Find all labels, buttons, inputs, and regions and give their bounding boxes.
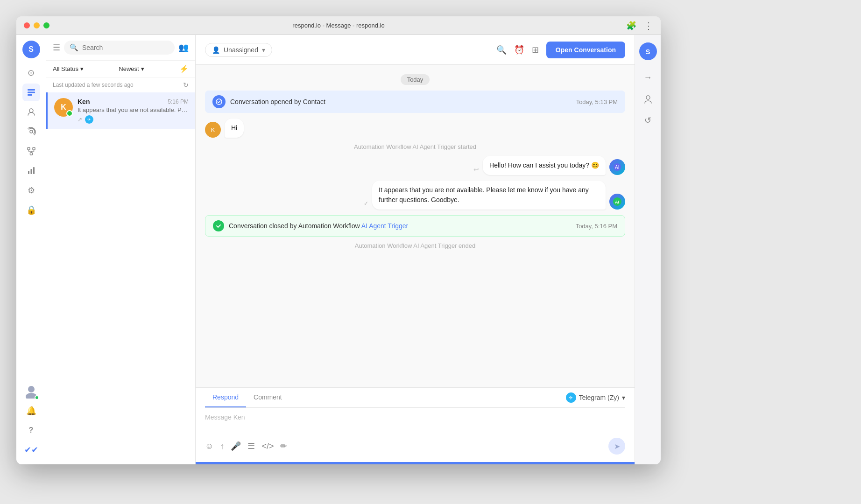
- left-nav: S ⊙: [16, 35, 46, 464]
- system-msg-opened: Conversation opened by Contact Today, 5:…: [205, 91, 625, 113]
- automation-started-text: Automation Workflow AI Agent Trigger sta…: [205, 143, 625, 150]
- add-contact-icon[interactable]: 👥: [178, 42, 189, 53]
- history-icon[interactable]: ↺: [639, 112, 657, 129]
- refresh-icon[interactable]: ↻: [183, 81, 189, 89]
- message-bubble-incoming: Hi: [225, 119, 244, 138]
- svg-rect-0: [28, 89, 35, 91]
- variable-icon[interactable]: </>: [261, 441, 274, 451]
- sidebar-item-profile[interactable]: [22, 382, 40, 400]
- search-input[interactable]: [82, 44, 169, 51]
- search-box[interactable]: 🔍: [64, 41, 175, 55]
- sidebar-item-conversations[interactable]: [22, 84, 40, 101]
- audio-icon[interactable]: 🎤: [231, 441, 241, 451]
- magic-icon[interactable]: ✏: [280, 441, 287, 451]
- svg-rect-2: [28, 94, 32, 96]
- svg-rect-5: [28, 147, 30, 150]
- tab-respond[interactable]: Respond: [205, 388, 246, 407]
- svg-point-4: [30, 130, 33, 133]
- minimize-button[interactable]: [34, 22, 40, 28]
- chevron-down-icon: ▾: [80, 65, 84, 72]
- chat-messages: Today Conversation opened by Contact Tod…: [196, 65, 635, 387]
- sidebar-item-contacts[interactable]: [22, 103, 40, 121]
- system-msg-time: Today, 5:13 PM: [576, 98, 618, 105]
- emoji-icon[interactable]: ☺: [205, 441, 213, 451]
- forward-action-icon[interactable]: →: [639, 69, 657, 86]
- conversation-item[interactable]: K Ken 5:16 PM It appears that you are no…: [46, 92, 195, 129]
- message-placeholder: Message Ken: [205, 413, 245, 421]
- right-panel: S → ↺: [635, 35, 661, 464]
- open-conversation-button[interactable]: Open Conversation: [546, 42, 625, 58]
- sort-filter[interactable]: Newest ▾: [119, 65, 144, 72]
- menu-icon[interactable]: ⋮: [644, 20, 653, 31]
- compose-tabs: Respond Comment ✈ Telegram (Zy) ▾: [205, 388, 625, 408]
- close-button[interactable]: [24, 22, 30, 28]
- telegram-icon: ✈: [566, 392, 576, 403]
- channel-selector[interactable]: ✈ Telegram (Zy) ▾: [566, 388, 625, 407]
- message-bubble-bot-2: It appears that you are not available. P…: [372, 181, 606, 210]
- message-row-incoming: K Hi: [205, 119, 625, 138]
- search-icon: 🔍: [70, 43, 78, 52]
- sidebar-item-settings[interactable]: ⚙: [22, 182, 40, 199]
- title-bar: respond.io - Message - respond.io 🧩 ⋮: [16, 16, 661, 35]
- template-icon[interactable]: ☰: [247, 441, 255, 451]
- online-badge: [66, 110, 73, 117]
- last-updated-text: Last updated a few seconds ago: [53, 82, 134, 88]
- svg-point-3: [29, 109, 33, 112]
- message-row-bot-2: ✓ It appears that you are not available.…: [205, 181, 625, 210]
- sidebar-item-broadcasts[interactable]: [22, 123, 40, 140]
- ai-trigger-link[interactable]: AI Agent Trigger: [361, 222, 408, 230]
- sidebar-item-reports[interactable]: [22, 162, 40, 180]
- chat-panel: 👤 Unassigned ▾ 🔍 ⏰ ⊞ Open Conversation T…: [196, 35, 635, 464]
- bot-avatar-2: AI: [609, 194, 625, 210]
- tab-comment[interactable]: Comment: [246, 388, 289, 407]
- conversation-panel: ☰ 🔍 👥 All Status ▾ Newest ▾ ⚡ L: [46, 35, 196, 464]
- chevron-down-icon: ▾: [262, 46, 265, 54]
- last-updated-row: Last updated a few seconds ago ↻: [46, 77, 195, 92]
- send-button[interactable]: ➤: [608, 438, 625, 455]
- compose-area: Respond Comment ✈ Telegram (Zy) ▾ Messag…: [196, 387, 635, 462]
- person-icon: 👤: [212, 46, 220, 54]
- conv-icons: ↗ ✈: [78, 115, 189, 124]
- hierarchy-icon[interactable]: ⊞: [532, 45, 539, 55]
- conv-preview: It appears that you are not available. P…: [78, 106, 189, 113]
- title-bar-right: 🧩 ⋮: [626, 20, 653, 31]
- user-avatar[interactable]: S: [22, 41, 40, 58]
- date-chip: Today: [401, 74, 430, 85]
- traffic-lights: [24, 22, 49, 28]
- sidebar-item-notifications[interactable]: 🔔: [22, 402, 40, 420]
- search-icon[interactable]: 🔍: [496, 45, 507, 55]
- conv-contact-name: Ken: [78, 98, 90, 105]
- svg-rect-9: [28, 171, 29, 174]
- svg-text:AI: AI: [615, 165, 619, 170]
- telegram-badge: ✈: [85, 115, 93, 124]
- conv-details: Ken 5:16 PM It appears that you are not …: [78, 98, 189, 124]
- svg-text:AI: AI: [615, 200, 619, 204]
- sidebar-item-dashboard[interactable]: ⊙: [22, 64, 40, 82]
- sidebar-item-security[interactable]: 🔒: [22, 201, 40, 219]
- svg-rect-6: [33, 147, 35, 150]
- sidebar-toggle-icon[interactable]: ☰: [53, 42, 60, 53]
- system-msg-closed: Conversation closed by Automation Workfl…: [205, 215, 625, 237]
- contact-avatar: K: [205, 122, 221, 138]
- clock-icon[interactable]: ⏰: [514, 45, 524, 55]
- person-wave-icon[interactable]: [639, 90, 657, 108]
- channel-label: Telegram (Zy): [579, 394, 619, 401]
- main-content: S ⊙: [16, 35, 661, 464]
- compose-toolbar: ☺ ↑ 🎤 ☰ </> ✏ ➤: [205, 438, 625, 455]
- nav-bottom: 🔔 ? ✔✔: [22, 382, 40, 459]
- system-closed-text: Conversation closed by Automation Workfl…: [229, 222, 571, 230]
- attachment-icon[interactable]: ↑: [220, 441, 224, 451]
- right-user-avatar[interactable]: S: [639, 42, 657, 60]
- puzzle-icon[interactable]: 🧩: [626, 21, 636, 31]
- status-filter[interactable]: All Status ▾: [53, 65, 84, 72]
- message-input[interactable]: Message Ken: [205, 413, 625, 432]
- sidebar-item-workflows[interactable]: [22, 142, 40, 160]
- filter-icon[interactable]: ⚡: [179, 64, 189, 73]
- assignee-dropdown[interactable]: 👤 Unassigned ▾: [205, 43, 272, 57]
- sidebar-item-checkmark[interactable]: ✔✔: [22, 441, 40, 459]
- sidebar-item-help[interactable]: ?: [22, 421, 40, 439]
- fullscreen-button[interactable]: [43, 22, 49, 28]
- filter-row: All Status ▾ Newest ▾ ⚡: [46, 61, 195, 77]
- window-title: respond.io - Message - respond.io: [292, 22, 384, 29]
- svg-rect-11: [33, 167, 35, 174]
